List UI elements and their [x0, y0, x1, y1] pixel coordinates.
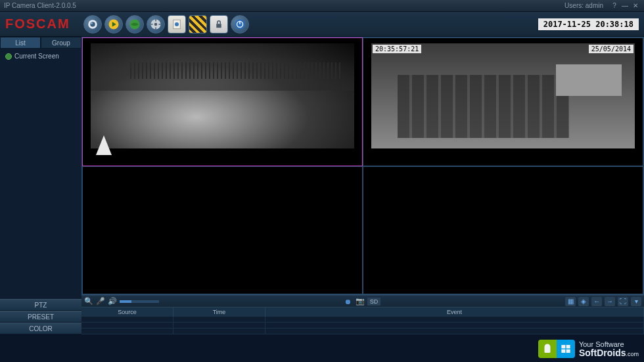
svg-rect-20: [566, 345, 570, 348]
datetime-display: 2017-11-25 20:38:18: [538, 18, 639, 30]
android-icon: [538, 340, 557, 358]
gear-icon[interactable]: [147, 15, 165, 34]
svg-point-2: [91, 22, 93, 24]
svg-rect-9: [150, 24, 152, 25]
event-table-body: [81, 317, 644, 334]
titlebar: IP Camera Client-2.0.0.5 Users: admin ? …: [0, 0, 644, 12]
grid-layout-button[interactable]: ▦: [565, 297, 576, 306]
window-title: IP Camera Client-2.0.0.5: [4, 2, 564, 9]
watermark: Your Software SoftDroids.com: [538, 340, 639, 358]
svg-rect-10: [158, 24, 160, 25]
svg-point-6: [154, 22, 157, 26]
speaker-icon[interactable]: 🔊: [108, 297, 117, 306]
col-time[interactable]: Time: [173, 307, 265, 317]
sidebar-bottom-panel: PTZ PRESET COLOR: [0, 299, 81, 334]
collapse-button[interactable]: ▾: [631, 297, 641, 306]
header: FOSCAM 2017-11-25 20:38:18: [0, 12, 644, 37]
power-icon[interactable]: [231, 15, 249, 34]
main-area: List Group Current Screen PTZ PRESET COL…: [0, 37, 644, 334]
table-row: [81, 317, 644, 323]
windows-icon: [557, 340, 575, 358]
sd-button[interactable]: SD: [367, 298, 381, 305]
minimize-button[interactable]: —: [620, 1, 630, 11]
color-button[interactable]: COLOR: [0, 323, 81, 334]
logo: FOSCAM: [5, 16, 70, 32]
globe-icon[interactable]: [126, 15, 144, 34]
record-icon[interactable]: ⏺: [344, 297, 353, 306]
lock-icon[interactable]: [210, 15, 228, 34]
svg-rect-19: [561, 345, 565, 348]
mic-icon[interactable]: 🎤: [96, 297, 105, 306]
col-source[interactable]: Source: [81, 307, 173, 317]
preset-button[interactable]: PRESET: [0, 311, 81, 323]
play-icon[interactable]: [104, 15, 123, 34]
svg-rect-22: [566, 350, 570, 353]
svg-rect-21: [561, 350, 565, 353]
col-event[interactable]: Event: [265, 307, 644, 317]
report-icon[interactable]: [168, 15, 186, 34]
nav-right-button[interactable]: →: [605, 297, 615, 306]
camera-grid: 20:35:57:21 25/05/2014: [81, 37, 644, 295]
sidebar-tabs: List Group: [0, 37, 81, 49]
camera-feed-1: [91, 43, 354, 148]
table-row: [81, 328, 644, 334]
svg-rect-8: [155, 27, 156, 29]
device-tree: Current Screen: [0, 49, 81, 299]
camera-cell-1[interactable]: [82, 37, 363, 166]
watermark-line2: SoftDroids.com: [579, 348, 639, 357]
camera-cell-3[interactable]: [82, 166, 363, 295]
table-row: [81, 323, 644, 328]
feed-date-overlay: 25/05/2014: [589, 45, 633, 53]
settings-icon[interactable]: ?: [610, 1, 619, 11]
search-icon[interactable]: 🔍: [84, 297, 93, 306]
tab-group[interactable]: Group: [41, 37, 81, 49]
control-bar: 🔍 🎤 🔊 ⏺ 📷 SD ▦ ◈ ← → ⛶ ▾: [81, 295, 644, 307]
warning-icon[interactable]: [189, 15, 207, 34]
fullscreen-button[interactable]: ⛶: [618, 297, 628, 306]
camera-cell-4[interactable]: [363, 166, 643, 295]
camera-feed-2: 20:35:57:21 25/05/2014: [371, 43, 635, 148]
event-table-header: Source Time Event: [81, 307, 644, 317]
svg-rect-7: [155, 19, 156, 21]
tree-item-current-screen[interactable]: Current Screen: [3, 51, 79, 61]
tree-item-label: Current Screen: [14, 53, 59, 60]
ptz-button[interactable]: PTZ: [0, 299, 81, 311]
svg-rect-13: [216, 24, 221, 28]
tab-list[interactable]: List: [0, 37, 41, 49]
main-toolbar: [83, 15, 538, 34]
users-label: Users: admin: [564, 2, 603, 9]
snapshot-icon[interactable]: 📷: [356, 297, 365, 306]
nav-left-button[interactable]: ←: [591, 297, 602, 306]
feed-time-overlay: 20:35:57:21: [373, 45, 421, 53]
camera-cell-2[interactable]: 20:35:57:21 25/05/2014: [363, 37, 643, 166]
svg-point-1: [90, 22, 95, 27]
status-dot-icon: [5, 53, 12, 60]
volume-slider[interactable]: [120, 300, 159, 303]
sidebar: List Group Current Screen PTZ PRESET COL…: [0, 37, 81, 334]
nav-center-button[interactable]: ◈: [578, 297, 589, 306]
event-table: Source Time Event: [81, 307, 644, 334]
svg-point-12: [175, 22, 179, 26]
close-button[interactable]: ✕: [631, 1, 640, 11]
content: 20:35:57:21 25/05/2014 🔍 🎤 🔊 ⏺ 📷 SD ▦ ◈ …: [81, 37, 644, 334]
webcam-icon[interactable]: [83, 15, 102, 34]
